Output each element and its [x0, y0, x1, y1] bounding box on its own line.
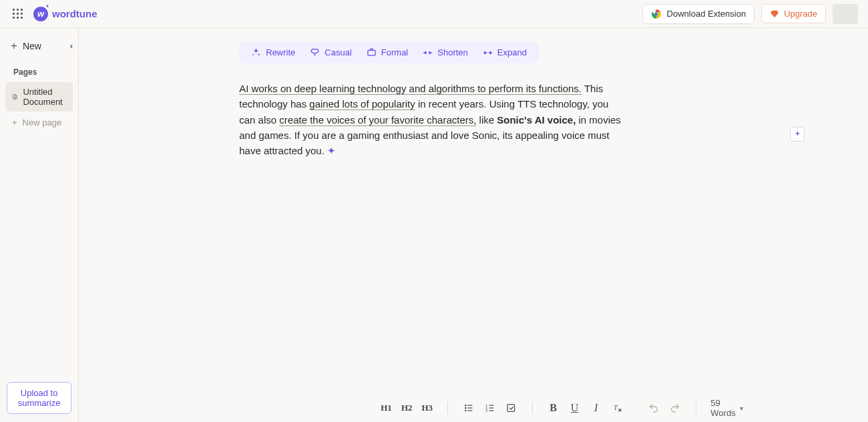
casual-button[interactable]: Casual [310, 47, 351, 57]
expand-button[interactable]: Expand [483, 47, 527, 57]
apps-grid-icon[interactable] [10, 6, 25, 21]
h2-button[interactable]: H2 [401, 402, 413, 414]
undo-icon[interactable] [648, 402, 660, 414]
casual-label: Casual [324, 47, 351, 57]
underlined-text: gained lots of popularity [309, 98, 415, 110]
svg-rect-4 [368, 50, 375, 55]
underline-icon[interactable]: U [569, 402, 581, 414]
brand-name: wordtune [52, 8, 97, 19]
chevron-down-icon: ▾ [740, 405, 743, 412]
clear-format-icon[interactable]: T [612, 402, 624, 414]
sparkle-icon [251, 47, 261, 57]
bullet-list-icon[interactable] [463, 402, 475, 414]
shorten-icon [423, 49, 433, 56]
rewrite-button[interactable]: Rewrite [251, 47, 295, 57]
brand-logo-mark: w [33, 7, 48, 21]
rewrite-label: Rewrite [266, 47, 295, 57]
pages-list: Untitled Document + New page [0, 82, 78, 132]
inline-sparkle-icon[interactable]: ✦ [327, 145, 336, 156]
separator [532, 402, 533, 414]
plus-icon: + [11, 40, 17, 51]
word-count-label: 59 Words [710, 398, 736, 418]
format-group: B U I T [548, 402, 624, 414]
content-area: Rewrite Casual Formal [79, 28, 868, 422]
italic-icon[interactable]: I [590, 402, 602, 414]
separator [696, 402, 696, 414]
underlined-text: AI works on deep learning technology and… [239, 83, 582, 95]
word-count[interactable]: 59 Words ▾ [710, 398, 743, 418]
svg-rect-17 [507, 405, 515, 412]
ai-toolbar: Rewrite Casual Formal [239, 41, 539, 63]
sidebar-page-item[interactable]: Untitled Document [5, 82, 73, 112]
page-item-label: Untitled Document [23, 87, 66, 107]
formal-label: Formal [381, 47, 408, 57]
expand-icon [483, 49, 493, 56]
sidebar: + New ‹‹ Pages Untitled Document + New p… [0, 28, 79, 422]
svg-point-7 [465, 407, 466, 408]
plus-icon: + [12, 118, 17, 128]
chrome-icon [651, 9, 662, 19]
new-page-label: New page [23, 118, 62, 128]
app-header: w wordtune Download Extension Upgrade [0, 0, 868, 28]
doc-text: like [476, 114, 497, 126]
casual-icon [310, 47, 320, 57]
numbered-list-icon[interactable]: 123 [484, 402, 496, 414]
download-extension-label: Download Extension [667, 9, 746, 19]
bold-icon[interactable]: B [548, 402, 560, 414]
upload-summarize-button[interactable]: Upload to summarize [7, 382, 71, 414]
new-button[interactable]: + New [8, 36, 44, 55]
new-button-label: New [23, 41, 41, 51]
svg-text:T: T [614, 404, 618, 411]
shorten-label: Shorten [437, 47, 468, 57]
collapse-sidebar-icon[interactable]: ‹‹ [70, 41, 71, 51]
separator [447, 402, 448, 414]
svg-point-9 [465, 410, 466, 411]
h3-button[interactable]: H3 [422, 402, 433, 414]
header-right: Download Extension Upgrade [642, 4, 858, 24]
upgrade-label: Upgrade [784, 9, 817, 19]
brand-logo[interactable]: w wordtune [33, 7, 97, 21]
list-group: 123 [463, 402, 517, 414]
briefcase-icon [367, 47, 377, 57]
sidebar-top: + New ‹‹ [0, 36, 78, 55]
content-inner: Rewrite Casual Formal [79, 28, 868, 394]
heading-group: H1 H2 H3 [381, 402, 433, 414]
h1-button[interactable]: H1 [381, 402, 392, 414]
bold-text: Sonic's AI voice, [497, 114, 576, 126]
header-left: w wordtune [10, 6, 97, 21]
account-placeholder[interactable] [833, 4, 858, 24]
expand-label: Expand [497, 47, 527, 57]
document-text[interactable]: AI works on deep learning technology and… [239, 81, 621, 158]
upgrade-button[interactable]: Upgrade [761, 4, 826, 23]
redo-icon[interactable] [669, 402, 681, 414]
shorten-button[interactable]: Shorten [423, 47, 468, 57]
history-group [648, 402, 681, 414]
pages-section-label: Pages [0, 67, 78, 77]
app-body: + New ‹‹ Pages Untitled Document + New p… [0, 28, 868, 422]
download-extension-button[interactable]: Download Extension [642, 4, 755, 24]
new-page-button[interactable]: + New page [5, 113, 73, 132]
diamond-icon [770, 9, 779, 19]
underlined-text: create the voices of your favorite chara… [279, 114, 476, 126]
side-sparkle-button[interactable] [790, 127, 805, 142]
svg-point-5 [465, 405, 466, 405]
svg-text:3: 3 [485, 409, 487, 413]
formal-button[interactable]: Formal [367, 47, 408, 57]
document-icon [12, 91, 17, 102]
checklist-icon[interactable] [505, 402, 517, 414]
bottom-toolbar: H1 H2 H3 123 B U I [79, 394, 868, 422]
